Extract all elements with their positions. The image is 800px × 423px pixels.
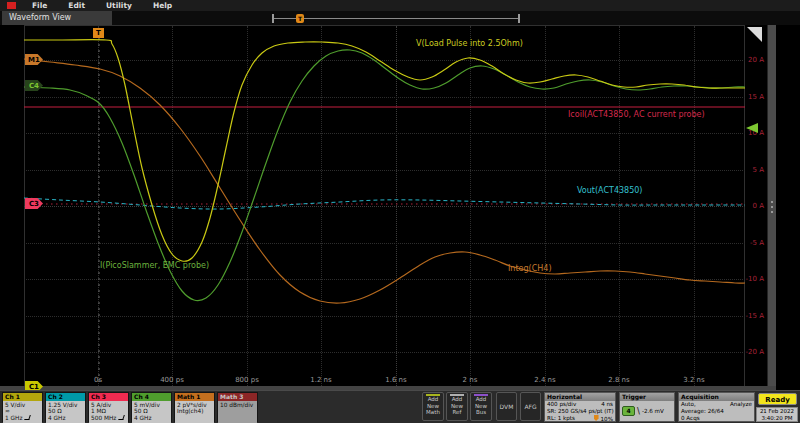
acquisition-average: Average: 26/64 [681,408,724,415]
afg-button[interactable]: AFG [520,392,541,421]
ch3-bw-limit-icon [119,415,126,420]
zoom-corner-handle-icon[interactable] [747,27,762,42]
y-tick-label: 5 A [742,166,764,174]
math-badge-math3[interactable]: Math 3 10 dBm/div [217,392,258,422]
x-tick-label: 2.8 ns [601,376,637,384]
add-math-line3: Math [423,409,443,416]
x-tick-label: 2 ns [452,376,488,384]
ch2-bandwidth: 4 GHz [48,415,83,421]
y-tick-label: 15 A [742,93,764,101]
ch4-bandwidth: 4 GHz [134,415,169,421]
acquisition-mode: Auto, [681,401,696,408]
x-tick-label: 800 ps [229,376,265,384]
waveform-plot[interactable]: 0s400 ps800 ps1.2 ns1.6 ns2 ns2.4 ns2.8 … [0,25,800,390]
falling-edge-icon: \ [637,408,640,415]
record-bar-right-cap [518,14,520,23]
trigger-level-arrow-icon[interactable] [746,123,758,133]
math3-scale: 10 dBm/div [220,402,255,408]
dvm-button[interactable]: DVM [496,392,517,421]
ch3-label: Ch 3 [89,393,128,401]
horizontal-title: Horizontal [545,393,615,401]
position-icon [594,415,599,421]
acquisition-panel[interactable]: Acquisition Auto,Analyze Average: 26/64 … [678,392,755,422]
tab-waveform-view[interactable]: Waveform View [2,11,112,25]
date-label: 21 Feb 2022 [757,408,797,415]
app-icon[interactable] [7,2,16,9]
trace-label: Vout(ACT43850) [577,186,642,195]
menu-bar: File Edit Utility Help [0,0,800,11]
tab-bar: Waveform View T [0,11,800,25]
y-tick-label: 0 A [742,202,764,210]
channel-badge-ch2[interactable]: Ch 2 1.25 V/div 50 Ω 4 GHz [45,392,86,422]
record-bar-line [274,18,518,19]
trigger-position-flag-icon[interactable]: T [93,28,104,38]
ref-color-stripe [450,394,464,396]
add-new-math-button[interactable]: Add New Math [422,392,444,421]
horizontal-scrollbar[interactable] [0,386,776,390]
math3-label: Math 3 [218,393,257,401]
add-math-line2: New [423,403,443,410]
math1-label: Math 1 [175,393,214,401]
horizontal-panel[interactable]: Horizontal 400 ps/div4 ns SR: 250 GS/s4 … [544,392,616,422]
y-tick-label: 20 A [742,56,764,64]
menu-utility[interactable]: Utility [106,1,132,10]
ch2-label: Ch 2 [46,393,85,401]
math-color-stripe [426,394,440,396]
add-new-bus-button[interactable]: Add New Bus [470,392,492,421]
settings-bar: Ch 1 5 V/div ≈ 1 GHz Ch 2 1.25 V/div 50 … [0,390,800,423]
record-position-bar[interactable]: T [272,14,520,23]
y-tick-label: -15 A [742,312,764,320]
add-bus-line2: New [471,403,491,410]
acquisition-count: 0 Acqs [681,415,700,422]
add-math-line1: Add [423,396,443,403]
x-tick-label: 1.2 ns [303,376,339,384]
x-tick-label: 2.4 ns [527,376,563,384]
trace-ch1-vloadpulse [24,40,745,262]
add-new-ref-button[interactable]: Add New Ref [446,392,468,421]
add-ref-line1: Add [447,396,467,403]
menu-help[interactable]: Help [153,1,172,10]
math1-expression: Intg(ch4) [177,408,212,414]
datetime-display: 21 Feb 2022 3:40:20 PM [756,407,798,422]
vertical-scrollbar[interactable] [767,25,776,390]
ch3-bandwidth: 500 MHz [91,415,116,421]
waveform-traces [0,25,800,390]
ch1-bw-limit-icon [25,415,32,420]
bus-color-stripe [474,394,488,396]
menu-edit[interactable]: Edit [68,1,85,10]
math-badge-math1[interactable]: Math 1 2 pV*s/div Intg(ch4) [174,392,215,422]
record-trigger-marker-icon[interactable]: T [296,14,304,23]
x-tick-label: 3.2 ns [676,376,712,384]
ch4-label: Ch 4 [132,393,171,401]
y-tick-label: -20 A [742,348,764,356]
sample-resolution: 4 ps/pt (IT) [583,408,614,415]
add-bus-line3: Bus [471,409,491,416]
x-tick-label: 0s [80,376,116,384]
trigger-level: -2.6 mV [642,408,664,415]
sample-rate: SR: 250 GS/s [547,408,583,415]
add-ref-line2: New [447,403,467,410]
trigger-title: Trigger [620,393,674,401]
ch1-label: Ch 1 [3,393,42,401]
trigger-source-badge: 4 [622,406,635,416]
trigger-panel[interactable]: Trigger 4 \ -2.6 mV [619,392,675,422]
x-tick-label: 1.6 ns [378,376,414,384]
trace-label: V(Load Pulse into 2.5Ohm) [416,39,523,48]
y-tick-label: -10 A [742,275,764,283]
trace-label: Icoil(ACT43850, AC current probe) [568,110,705,119]
time-label: 3:40:20 PM [757,415,797,422]
add-bus-line1: Add [471,396,491,403]
y-tick-label: -5 A [742,239,764,247]
channel-badge-ch1[interactable]: Ch 1 5 V/div ≈ 1 GHz [2,392,43,422]
analyze-label: Analyze [730,401,752,408]
channel-badge-ch3[interactable]: Ch 3 5 A/div 1 MΩ 500 MHz [88,392,129,422]
menu-file[interactable]: File [32,1,47,10]
scrollbar-grip-icon [771,201,773,213]
trace-label: Integ(CH4) [508,264,552,273]
x-tick-label: 400 ps [154,376,190,384]
horizontal-scale: 400 ps/div [547,401,576,408]
ch1-bandwidth: 1 GHz [5,415,22,421]
acquisition-title: Acquisition [679,393,754,401]
channel-badge-ch4[interactable]: Ch 4 5 mV/div 50 Ω 4 GHz [131,392,172,422]
add-ref-line3: Ref [447,409,467,416]
